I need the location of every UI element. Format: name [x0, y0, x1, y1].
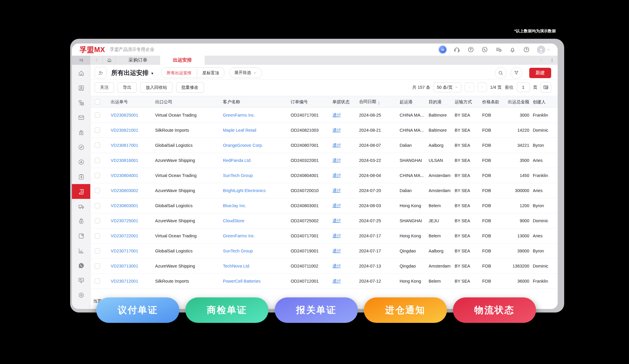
segment-all-shipments[interactable]: 所有出运安排 [161, 68, 197, 78]
row-checkbox[interactable] [95, 218, 100, 223]
cell-doc-status-link[interactable]: 通过 [332, 249, 341, 253]
back-icon[interactable] [90, 56, 103, 65]
row-checkbox[interactable] [95, 278, 100, 284]
cell-customer-name-link[interactable]: PowerCell Batteries [223, 279, 260, 284]
cell-shipment-no-link[interactable]: VD230722001 [111, 233, 138, 238]
prev-page-icon[interactable] [465, 83, 474, 92]
inspection-docs-button[interactable]: 商检单证 [185, 297, 268, 323]
cell-doc-status-link[interactable]: 通过 [332, 188, 341, 193]
cell-shipment-no-link[interactable]: VD230816001 [111, 158, 138, 163]
select-all-checkbox[interactable] [95, 99, 100, 104]
cell-customer-name-link[interactable]: TechNova Ltd. [223, 264, 250, 268]
sidebar-item-logistics-truck[interactable] [72, 199, 90, 214]
cell-shipment-no-link[interactable]: VD230803001 [111, 203, 138, 208]
row-checkbox[interactable] [95, 233, 100, 239]
cell-shipment-no-link[interactable]: VD230712001 [111, 279, 138, 284]
more-options-icon[interactable] [546, 58, 558, 63]
translate-icon[interactable] [467, 46, 474, 53]
row-checkbox[interactable] [95, 128, 100, 133]
sidebar-item-home[interactable] [72, 66, 90, 80]
cell-doc-status-link[interactable]: 通过 [332, 264, 341, 268]
view-title[interactable]: 所有出运安排 ▼ [111, 69, 154, 77]
row-checkbox[interactable] [95, 248, 100, 254]
cell-shipment-no-link[interactable]: VD230817001 [111, 143, 138, 148]
next-page-icon[interactable] [477, 83, 487, 92]
cell-shipment-no-link[interactable]: VD230713001 [111, 264, 138, 268]
sidebar-item-workbench[interactable] [72, 273, 90, 288]
row-checkbox[interactable] [95, 173, 100, 178]
column-settings-icon[interactable] [540, 82, 551, 93]
row-checkbox[interactable] [95, 158, 100, 163]
action-button[interactable]: 关注 [95, 82, 114, 93]
home-tab-icon[interactable] [103, 56, 116, 65]
sidebar-item-marketing[interactable] [72, 154, 90, 169]
action-button[interactable]: 批量修改 [176, 82, 204, 93]
cell-shipment-no-link[interactable]: VD230717001 [111, 249, 138, 253]
cell-customer-name-link[interactable]: SunTech Group [223, 173, 253, 178]
row-checkbox[interactable] [95, 188, 100, 193]
action-button[interactable]: 导出 [118, 82, 137, 93]
sidebar-item-shipment-doc[interactable] [72, 184, 90, 199]
tab-inactive[interactable]: 采购订单 [116, 56, 160, 65]
cell-doc-status-link[interactable]: 通过 [332, 203, 341, 208]
cell-doc-status-link[interactable]: 通过 [332, 128, 341, 133]
bell-icon[interactable] [509, 46, 516, 53]
sidebar-item-org-chart[interactable] [72, 95, 90, 110]
sidebar-item-whatsapp[interactable] [72, 258, 90, 273]
cell-doc-status-link[interactable]: 通过 [332, 113, 341, 117]
cell-customer-name-link[interactable]: RedPanda Ltd. [223, 158, 252, 163]
task-list-icon[interactable] [495, 46, 502, 53]
ai-assistant-icon[interactable]: AI [439, 46, 446, 53]
action-button[interactable]: 放入回收站 [140, 82, 173, 93]
expand-filter-button[interactable]: 展开筛选 [229, 67, 262, 78]
negotiation-docs-button[interactable]: 议付单证 [96, 297, 179, 323]
sidebar-item-report-chart[interactable] [72, 243, 90, 258]
cell-customer-name-link[interactable]: GreenFarms Inc. [223, 113, 255, 117]
filter-funnel-icon[interactable] [511, 67, 522, 79]
user-menu[interactable] [537, 46, 551, 54]
row-checkbox[interactable] [95, 112, 100, 118]
phone-icon[interactable] [481, 46, 488, 53]
sidebar-item-compass[interactable] [72, 140, 90, 154]
page-size-select[interactable]: 50 条/页 [434, 83, 461, 92]
row-checkbox[interactable] [95, 203, 100, 208]
cell-doc-status-link[interactable]: 通过 [332, 279, 341, 284]
sidebar-item-ledger[interactable] [72, 228, 90, 243]
cell-doc-status-link[interactable]: 通过 [332, 233, 341, 238]
cell-doc-status-link[interactable]: 通过 [332, 218, 341, 223]
sidebar-toggle-icon[interactable] [72, 56, 90, 65]
sidebar-item-mail[interactable] [72, 110, 90, 125]
forward-icon[interactable] [535, 58, 546, 63]
help-icon[interactable] [523, 46, 530, 53]
view-owner-icon[interactable] [95, 67, 107, 79]
segment-starred[interactable]: 星标置顶 [197, 68, 224, 78]
row-checkbox[interactable] [95, 143, 100, 148]
logistics-status-button[interactable]: 物流状态 [453, 297, 536, 323]
headset-icon[interactable] [453, 46, 460, 53]
cell-customer-name-link[interactable]: BrightLight Electronics [223, 188, 266, 193]
sort-icon[interactable]: ▲▼ [378, 101, 380, 105]
cell-customer-name-link[interactable]: GreenFarms Inc. [223, 233, 255, 238]
goto-page-input[interactable] [517, 83, 530, 92]
customs-docs-button[interactable]: 报关单证 [275, 297, 358, 323]
search-icon[interactable] [495, 67, 506, 79]
cell-shipment-no-link[interactable]: VD230804001 [111, 173, 138, 178]
new-button[interactable]: 新建 [529, 68, 551, 78]
cell-doc-status-link[interactable]: 通过 [332, 158, 341, 163]
cell-doc-status-link[interactable]: 通过 [332, 143, 341, 148]
cell-shipment-no-link[interactable]: VD230825001 [111, 113, 138, 117]
sidebar-item-contact-card[interactable] [72, 80, 90, 95]
cell-doc-status-link[interactable]: 通过 [332, 173, 341, 178]
cell-customer-name-link[interactable]: Maple Leaf Retail [223, 128, 256, 133]
cell-shipment-no-link[interactable]: VD230725001 [111, 218, 138, 223]
cell-shipment-no-link[interactable]: VD230803002 [111, 188, 138, 193]
warehouse-notice-button[interactable]: 进仓通知 [364, 297, 447, 323]
column-header-contract-date[interactable]: 合同日期▲▼ [355, 96, 396, 108]
cell-customer-name-link[interactable]: CloudStore [223, 218, 244, 223]
cell-customer-name-link[interactable]: SunTech Group [223, 249, 253, 253]
cell-customer-name-link[interactable]: OrangeGroove Corp. [223, 143, 263, 148]
sidebar-item-quote[interactable] [72, 169, 90, 184]
sidebar-item-bag[interactable] [72, 125, 90, 140]
tab-active[interactable]: 出运安排 [160, 56, 205, 65]
sidebar-item-finance[interactable] [72, 214, 90, 228]
